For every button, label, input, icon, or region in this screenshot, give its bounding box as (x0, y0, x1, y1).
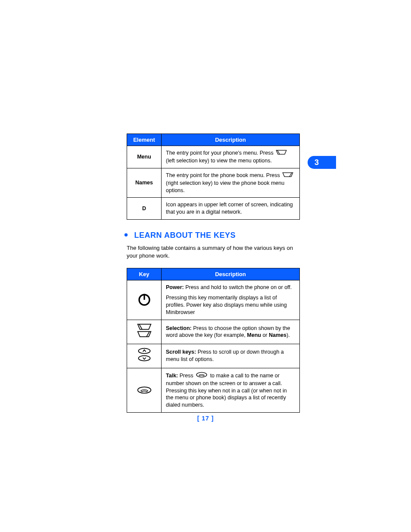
text: Pressing this key momentarily displays a… (166, 294, 295, 316)
table-row: Names The entry point for the phone book… (127, 168, 300, 198)
keys-table: Key Description Power: Press and hold to… (127, 268, 300, 413)
table1-header-element: Element (127, 134, 162, 146)
svg-point-3 (138, 356, 150, 361)
table1-header-description: Description (162, 134, 300, 146)
page-content: Element Description Menu The entry point… (127, 134, 300, 413)
digital-network-icon: D (127, 198, 162, 220)
power-key-desc: Power: Press and hold to switch the phon… (162, 280, 300, 320)
page-number: [ 17 ] (0, 415, 411, 422)
talk-key-inline-icon (196, 372, 208, 380)
text: The entry point for the phone book menu.… (166, 172, 281, 178)
text: (left selection key) to view the menu op… (166, 158, 272, 164)
text-bold: Selection: (166, 325, 192, 331)
intro-paragraph: The following table contains a summary o… (127, 244, 300, 260)
power-key-icon (127, 280, 162, 320)
text-bold: Names (269, 332, 286, 338)
talk-key-icon (127, 368, 162, 412)
left-softkey-icon (276, 149, 287, 157)
section-tab: 3 (308, 156, 336, 169)
element-desc-digital: Icon appears in upper left corner of scr… (162, 198, 300, 220)
talk-key-desc: Talk: Press to make a call to the name o… (162, 368, 300, 412)
table-row: Scroll keys: Press to scroll up or down … (127, 344, 300, 368)
section-heading: LEARN ABOUT THE KEYS (127, 231, 300, 240)
table2-header-description: Description (162, 268, 300, 280)
text-bold: Talk: (166, 372, 178, 378)
scroll-keys-desc: Scroll keys: Press to scroll up or down … (162, 344, 300, 368)
element-label-names: Names (127, 168, 162, 198)
text: Press and hold to switch the phone on or… (184, 284, 292, 290)
scroll-keys-icon (127, 344, 162, 368)
right-softkey-icon (282, 172, 293, 180)
elements-table: Element Description Menu The entry point… (127, 134, 300, 220)
table-row: Menu The entry point for your phone's me… (127, 146, 300, 168)
text-bold: Menu (247, 332, 261, 338)
selection-keys-desc: Selection: Press to choose the option sh… (162, 320, 300, 344)
svg-point-5 (196, 372, 207, 377)
section-heading-text: LEARN ABOUT THE KEYS (134, 231, 236, 240)
table2-header-key: Key (127, 268, 162, 280)
table-row: D Icon appears in upper left corner of s… (127, 198, 300, 220)
element-label-menu: Menu (127, 146, 162, 168)
section-tab-number: 3 (314, 158, 319, 167)
text: The entry point for your phone's menu. P… (166, 150, 275, 156)
text: (right selection key) to view the phone … (166, 180, 284, 193)
text: ). (286, 332, 290, 338)
element-desc-names: The entry point for the phone book menu.… (162, 168, 300, 198)
table-row: Selection: Press to choose the option sh… (127, 320, 300, 344)
selection-keys-icon (127, 320, 162, 344)
table-row: Power: Press and hold to switch the phon… (127, 280, 300, 320)
text: or (261, 332, 269, 338)
text: Press (178, 372, 195, 378)
text-bold: Scroll keys: (166, 349, 196, 355)
table-row: Talk: Press to make a call to the name o… (127, 368, 300, 412)
element-desc-menu: The entry point for your phone's menu. P… (162, 146, 300, 168)
svg-point-4 (137, 387, 151, 393)
svg-point-2 (138, 348, 150, 354)
text-bold: Power: (166, 284, 184, 290)
